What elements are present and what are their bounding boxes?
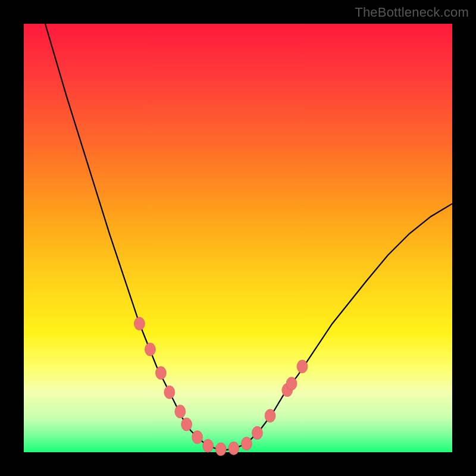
bottleneck-dot: [164, 386, 175, 399]
bottleneck-dot: [228, 442, 239, 455]
bottleneck-dot: [203, 439, 214, 452]
chart-svg: [24, 24, 452, 452]
watermark-text: TheBottleneck.com: [355, 5, 469, 20]
bottleneck-curve: [45, 24, 452, 450]
bottleneck-dots-group: [134, 317, 308, 456]
bottleneck-dot: [134, 317, 145, 330]
bottleneck-dot: [181, 418, 192, 431]
bottleneck-dot: [265, 409, 275, 422]
bottleneck-dot: [175, 405, 186, 418]
bottleneck-dot: [286, 377, 297, 390]
bottleneck-dot: [145, 343, 155, 356]
bottleneck-dot: [252, 427, 262, 440]
bottleneck-dot: [215, 443, 226, 456]
bottleneck-dot: [241, 437, 252, 450]
bottleneck-dot: [297, 360, 308, 373]
bottleneck-dot: [155, 367, 166, 380]
bottleneck-dot: [192, 431, 203, 444]
chart-container: TheBottleneck.com: [0, 0, 476, 476]
